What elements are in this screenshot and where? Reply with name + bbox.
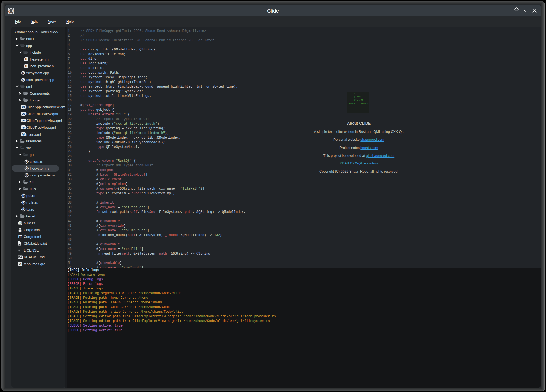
svg-text:R: R: [26, 160, 28, 163]
svg-text:C: C: [22, 71, 24, 74]
svg-text:R: R: [22, 194, 25, 197]
svg-text:R: R: [26, 174, 28, 177]
svg-text:C: C: [22, 78, 24, 81]
svg-text:R: R: [22, 208, 25, 211]
svg-text:R: R: [19, 222, 21, 225]
svg-text:R: R: [22, 201, 25, 204]
svg-text:R: R: [26, 167, 28, 170]
